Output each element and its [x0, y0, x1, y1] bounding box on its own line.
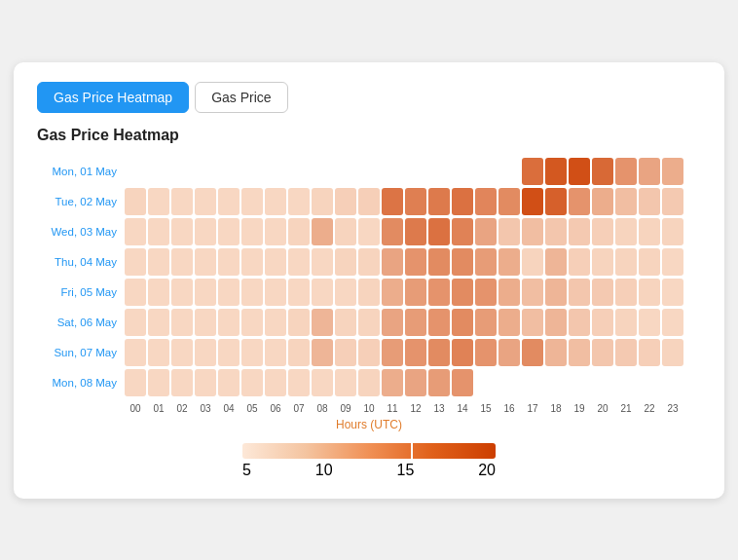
heatmap-cell[interactable]: [569, 158, 590, 185]
tab-gas-price-heatmap[interactable]: Gas Price Heatmap: [37, 82, 189, 113]
heatmap-cell[interactable]: [335, 248, 356, 276]
heatmap-cell[interactable]: [498, 248, 520, 276]
heatmap-cell[interactable]: [195, 339, 216, 366]
heatmap-cell[interactable]: [335, 279, 356, 306]
heatmap-cell[interactable]: [452, 309, 473, 336]
heatmap-cell[interactable]: [405, 248, 426, 276]
heatmap-cell[interactable]: [358, 369, 380, 396]
heatmap-cell[interactable]: [545, 369, 567, 396]
heatmap-cell[interactable]: [405, 188, 426, 215]
heatmap-cell[interactable]: [475, 188, 497, 215]
heatmap-cell[interactable]: [218, 279, 240, 306]
heatmap-cell[interactable]: [288, 188, 310, 215]
heatmap-cell[interactable]: [662, 188, 683, 215]
heatmap-cell[interactable]: [148, 339, 169, 366]
heatmap-cell[interactable]: [545, 218, 567, 245]
heatmap-cell[interactable]: [218, 158, 240, 185]
heatmap-cell[interactable]: [218, 309, 240, 336]
heatmap-cell[interactable]: [569, 218, 590, 245]
heatmap-cell[interactable]: [405, 309, 426, 336]
heatmap-cell[interactable]: [218, 369, 240, 396]
heatmap-cell[interactable]: [171, 309, 193, 336]
heatmap-cell[interactable]: [171, 369, 193, 396]
heatmap-cell[interactable]: [265, 188, 286, 215]
heatmap-cell[interactable]: [545, 339, 567, 366]
heatmap-cell[interactable]: [125, 158, 146, 185]
heatmap-cell[interactable]: [498, 158, 520, 185]
heatmap-cell[interactable]: [358, 279, 380, 306]
heatmap-cell[interactable]: [639, 188, 660, 215]
heatmap-cell[interactable]: [592, 188, 613, 215]
heatmap-cell[interactable]: [241, 218, 263, 245]
heatmap-cell[interactable]: [335, 339, 356, 366]
heatmap-cell[interactable]: [639, 248, 660, 276]
heatmap-cell[interactable]: [288, 309, 310, 336]
heatmap-cell[interactable]: [545, 279, 567, 306]
heatmap-cell[interactable]: [592, 339, 613, 366]
heatmap-cell[interactable]: [428, 218, 450, 245]
heatmap-cell[interactable]: [265, 339, 286, 366]
heatmap-cell[interactable]: [241, 369, 263, 396]
heatmap-cell[interactable]: [662, 218, 683, 245]
heatmap-cell[interactable]: [125, 248, 146, 276]
heatmap-cell[interactable]: [569, 369, 590, 396]
heatmap-cell[interactable]: [428, 188, 450, 215]
heatmap-cell[interactable]: [265, 158, 286, 185]
heatmap-cell[interactable]: [405, 218, 426, 245]
heatmap-cell[interactable]: [265, 309, 286, 336]
heatmap-cell[interactable]: [312, 339, 333, 366]
heatmap-cell[interactable]: [498, 309, 520, 336]
heatmap-cell[interactable]: [335, 188, 356, 215]
heatmap-cell[interactable]: [171, 188, 193, 215]
heatmap-cell[interactable]: [475, 309, 497, 336]
heatmap-cell[interactable]: [662, 309, 683, 336]
heatmap-cell[interactable]: [452, 279, 473, 306]
heatmap-cell[interactable]: [639, 158, 660, 185]
heatmap-cell[interactable]: [498, 339, 520, 366]
heatmap-cell[interactable]: [382, 339, 403, 366]
heatmap-cell[interactable]: [428, 248, 450, 276]
heatmap-cell[interactable]: [312, 279, 333, 306]
heatmap-cell[interactable]: [335, 218, 356, 245]
heatmap-cell[interactable]: [475, 218, 497, 245]
heatmap-cell[interactable]: [615, 309, 637, 336]
heatmap-cell[interactable]: [335, 309, 356, 336]
heatmap-cell[interactable]: [615, 279, 637, 306]
heatmap-cell[interactable]: [615, 339, 637, 366]
heatmap-cell[interactable]: [475, 369, 497, 396]
heatmap-cell[interactable]: [569, 188, 590, 215]
heatmap-cell[interactable]: [241, 279, 263, 306]
heatmap-cell[interactable]: [569, 339, 590, 366]
heatmap-cell[interactable]: [475, 339, 497, 366]
heatmap-cell[interactable]: [522, 279, 543, 306]
heatmap-cell[interactable]: [592, 158, 613, 185]
heatmap-cell[interactable]: [218, 339, 240, 366]
heatmap-cell[interactable]: [522, 309, 543, 336]
heatmap-cell[interactable]: [569, 309, 590, 336]
heatmap-cell[interactable]: [498, 369, 520, 396]
heatmap-cell[interactable]: [615, 248, 637, 276]
heatmap-cell[interactable]: [545, 188, 567, 215]
heatmap-cell[interactable]: [312, 309, 333, 336]
heatmap-cell[interactable]: [382, 369, 403, 396]
heatmap-cell[interactable]: [405, 369, 426, 396]
heatmap-cell[interactable]: [569, 279, 590, 306]
heatmap-cell[interactable]: [498, 279, 520, 306]
heatmap-cell[interactable]: [382, 218, 403, 245]
heatmap-cell[interactable]: [592, 369, 613, 396]
heatmap-cell[interactable]: [358, 188, 380, 215]
heatmap-cell[interactable]: [592, 279, 613, 306]
heatmap-cell[interactable]: [522, 248, 543, 276]
heatmap-cell[interactable]: [639, 218, 660, 245]
heatmap-cell[interactable]: [522, 218, 543, 245]
heatmap-cell[interactable]: [498, 188, 520, 215]
heatmap-cell[interactable]: [452, 339, 473, 366]
heatmap-cell[interactable]: [265, 248, 286, 276]
heatmap-cell[interactable]: [312, 369, 333, 396]
heatmap-cell[interactable]: [195, 248, 216, 276]
heatmap-cell[interactable]: [545, 248, 567, 276]
tab-gas-price[interactable]: Gas Price: [195, 82, 287, 113]
heatmap-cell[interactable]: [382, 309, 403, 336]
heatmap-cell[interactable]: [545, 309, 567, 336]
heatmap-cell[interactable]: [428, 369, 450, 396]
